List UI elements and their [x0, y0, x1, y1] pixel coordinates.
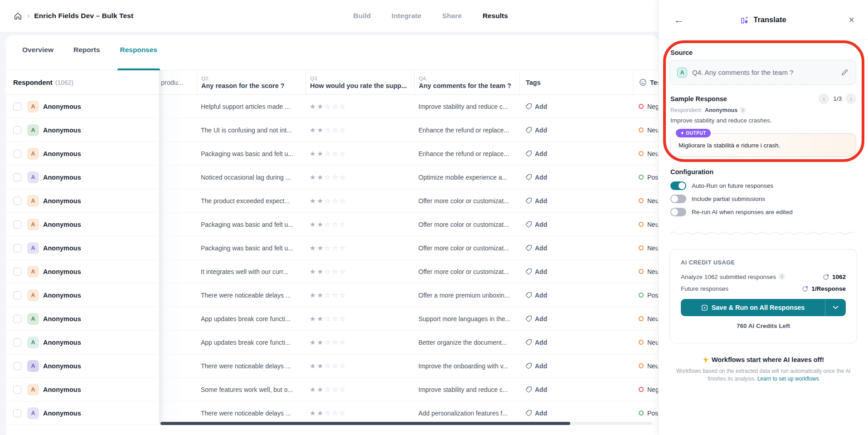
- table-row[interactable]: A Anonymous Some features work well, but…: [5, 378, 658, 401]
- table-row[interactable]: A Anonymous The product exceeded expect.…: [5, 189, 658, 213]
- table-row[interactable]: A Anonymous Helpful support articles mad…: [5, 95, 658, 118]
- wavy-divider: [670, 230, 856, 236]
- table-row[interactable]: A Anonymous App updates break core funct…: [5, 331, 658, 354]
- q4-answer: Offer a more premium unboxin...: [418, 292, 509, 299]
- table-row[interactable]: A Anonymous There were noticeable delays…: [5, 354, 658, 378]
- nav-share[interactable]: Share: [442, 12, 462, 20]
- rating-stars: ★★☆☆☆: [310, 103, 346, 111]
- star-icon: ☆: [332, 103, 338, 111]
- rating-stars: ★★☆☆☆: [310, 197, 346, 205]
- sentiment-label: Neut: [647, 362, 658, 370]
- home-button[interactable]: [11, 9, 24, 23]
- q4-answer: Improve stability and reduce c...: [418, 386, 508, 393]
- row-checkbox[interactable]: [13, 362, 21, 370]
- row-checkbox[interactable]: [13, 220, 21, 229]
- table-header: Respondent(1062) produ... Q2. Any reason…: [5, 70, 658, 95]
- add-tag-button[interactable]: Add: [525, 339, 547, 346]
- add-tag-button[interactable]: Add: [525, 150, 547, 157]
- sentiment-label: Neut: [647, 268, 658, 275]
- respondent-name: Anonymous: [43, 386, 81, 393]
- row-checkbox[interactable]: [13, 315, 21, 323]
- tab-responses[interactable]: Responses: [120, 46, 158, 70]
- star-icon: ★: [317, 244, 323, 252]
- add-tag-button[interactable]: Add: [525, 127, 547, 134]
- add-tag-button[interactable]: Add: [525, 410, 547, 417]
- toggle-re-run-ai-when-responses-are-edited[interactable]: [670, 208, 686, 216]
- q4-answer: Improve the onboarding with v...: [418, 362, 508, 370]
- tags-column-header: Tags: [526, 79, 541, 86]
- run-options-caret[interactable]: [825, 299, 846, 316]
- row-checkbox[interactable]: [13, 386, 21, 394]
- q2-answer: There were noticeable delays ...: [201, 410, 291, 417]
- horizontal-scrollbar-track[interactable]: [160, 422, 653, 425]
- row-checkbox[interactable]: [13, 244, 21, 252]
- source-question-selector[interactable]: A Q4. Any comments for the team ?: [669, 60, 856, 85]
- add-tag-button[interactable]: Add: [525, 103, 547, 110]
- panel-header: ← Translate ×: [659, 0, 868, 40]
- add-tag-button[interactable]: Add: [525, 362, 547, 370]
- lightning-icon: [703, 356, 709, 363]
- row-checkbox[interactable]: [13, 338, 21, 347]
- tab-reports[interactable]: Reports: [73, 46, 100, 70]
- table-row[interactable]: A Anonymous It integrates well with our …: [5, 260, 658, 283]
- add-tag-button[interactable]: Add: [525, 315, 547, 323]
- star-icon: ☆: [339, 103, 346, 111]
- add-tag-button[interactable]: Add: [525, 386, 547, 393]
- nav-build[interactable]: Build: [353, 12, 371, 20]
- sentiment-label: Posit: [647, 292, 658, 299]
- row-checkbox[interactable]: [13, 173, 21, 181]
- add-tag-button[interactable]: Add: [525, 221, 547, 228]
- toggle-auto-run-on-future-responses[interactable]: [670, 181, 686, 190]
- row-checkbox[interactable]: [13, 268, 21, 276]
- table-row[interactable]: A Anonymous Packaging was basic and felt…: [5, 142, 658, 166]
- star-icon: ☆: [332, 173, 338, 181]
- horizontal-scrollbar-thumb[interactable]: [160, 422, 570, 425]
- respondent-name: Anonymous: [43, 244, 81, 252]
- respondent-count: (1062): [55, 79, 73, 86]
- next-sample-button[interactable]: ›: [846, 93, 856, 104]
- sample-pager: ‹ 1/3 ›: [819, 93, 856, 104]
- row-checkbox[interactable]: [13, 291, 21, 299]
- table-row[interactable]: A Anonymous Noticed occasional lag durin…: [5, 166, 658, 189]
- nav-results[interactable]: Results: [483, 12, 508, 20]
- table-row[interactable]: A Anonymous Packaging was basic and felt…: [5, 213, 658, 236]
- row-checkbox[interactable]: [13, 126, 21, 134]
- sentiment-label: Neut: [647, 150, 658, 157]
- tag-icon: [525, 410, 532, 416]
- close-icon[interactable]: ×: [849, 14, 854, 26]
- toggle-include-partial-submissions[interactable]: [670, 195, 686, 203]
- setup-workflows-link[interactable]: Learn to set up workflows: [757, 376, 819, 382]
- table-row[interactable]: A Anonymous Packaging was basic and felt…: [5, 236, 658, 260]
- row-checkbox[interactable]: [13, 409, 21, 417]
- add-tag-button[interactable]: Add: [525, 197, 547, 205]
- sample-respondent: Respondent: Anonymous i: [670, 107, 746, 113]
- q4-answer: Improve stability and reduce c...: [418, 103, 508, 110]
- row-checkbox[interactable]: [13, 197, 21, 205]
- translation-output-box: ✦ OUTPUT Migliorare la stabilità e ridur…: [670, 133, 856, 157]
- respondent-name: Anonymous: [43, 127, 81, 134]
- table-row[interactable]: A Anonymous There were noticeable delays…: [5, 283, 658, 307]
- sample-response-heading: Sample Response: [670, 95, 727, 103]
- back-button[interactable]: ←: [674, 14, 684, 26]
- credit-row: Analyze 1062 submitted responsesi 1062: [681, 273, 846, 280]
- star-icon: ☆: [325, 386, 331, 394]
- edit-pencil-icon[interactable]: [841, 68, 849, 76]
- respondent-name: Anonymous: [43, 268, 81, 275]
- prev-sample-button[interactable]: ‹: [819, 93, 829, 104]
- save-run-button[interactable]: Save & Run on All Responses: [681, 299, 846, 316]
- star-icon: ★: [310, 126, 316, 134]
- star-icon: ★: [317, 220, 323, 229]
- row-checkbox[interactable]: [13, 150, 21, 158]
- nav-integrate[interactable]: Integrate: [392, 12, 421, 20]
- q2-answer: Packaging was basic and felt u...: [201, 244, 293, 252]
- tab-overview[interactable]: Overview: [22, 46, 53, 70]
- table-row[interactable]: A Anonymous App updates break core funct…: [5, 307, 658, 331]
- row-checkbox[interactable]: [13, 103, 21, 111]
- add-tag-button[interactable]: Add: [525, 292, 547, 299]
- table-row[interactable]: A Anonymous The UI is confusing and not …: [5, 118, 658, 142]
- add-tag-button[interactable]: Add: [525, 174, 547, 181]
- add-tag-button[interactable]: Add: [525, 268, 547, 275]
- add-tag-button[interactable]: Add: [525, 244, 547, 252]
- q2-answer: The product exceeded expect...: [201, 197, 290, 205]
- q4-answer: Offer more color or customizat...: [418, 244, 509, 252]
